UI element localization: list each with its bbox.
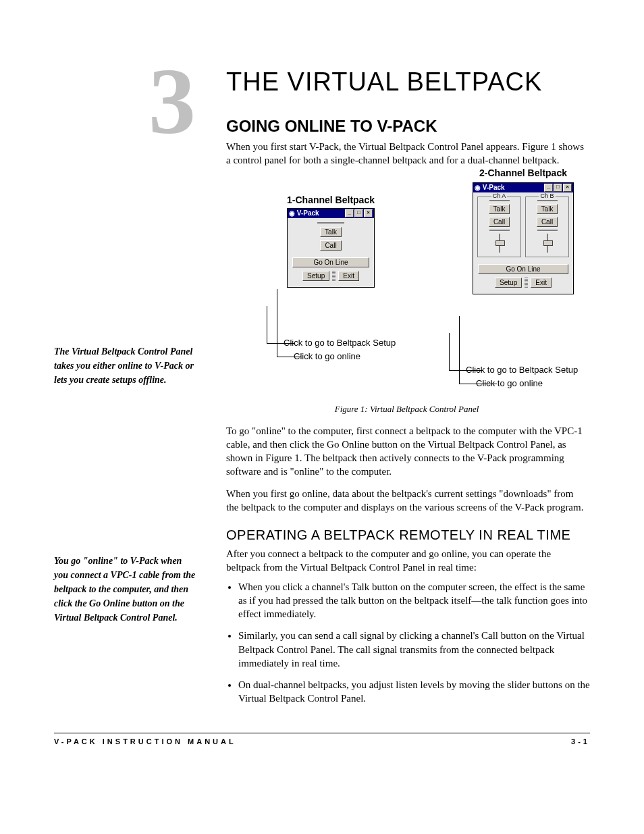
paragraph: When you first start V-Pack, the Virtual… <box>226 140 587 167</box>
figure-label-2ch: 2-Channel Beltpack <box>473 167 574 178</box>
channel-b-label: Ch B <box>539 192 555 199</box>
minimize-icon[interactable]: _ <box>345 209 354 217</box>
window-title: ◉ V-Pack <box>475 184 505 191</box>
titlebar: ◉ V-Pack _ □ × <box>473 183 573 192</box>
figure-1: 2-Channel Beltpack 1-Channel Beltpack ◉ … <box>226 174 590 397</box>
close-icon[interactable]: × <box>563 184 572 192</box>
call-button-a[interactable]: Call <box>489 217 510 227</box>
window-title: ◉ V-Pack <box>289 209 319 217</box>
divider <box>489 230 510 231</box>
call-button-b[interactable]: Call <box>537 217 558 227</box>
maximize-icon[interactable]: □ <box>554 184 562 192</box>
slider-b[interactable] <box>540 234 555 253</box>
setup-button[interactable]: Setup <box>495 278 522 288</box>
bullet-list: When you click a channel's Talk button o… <box>226 580 590 706</box>
list-item: When you click a channel's Talk button o… <box>238 580 590 621</box>
setup-button[interactable]: Setup <box>302 271 329 281</box>
list-item: On dual-channel beltpacks, you adjust li… <box>238 678 590 706</box>
grip-icon <box>332 271 336 282</box>
exit-button[interactable]: Exit <box>338 271 359 281</box>
chapter-number: 3 <box>149 54 196 149</box>
titlebar: ◉ V-Pack _ □ × <box>288 209 374 218</box>
paragraph: To go "online" to the computer, first co… <box>226 424 587 479</box>
section-title-going-online: GOING ONLINE TO V-PACK <box>226 117 590 136</box>
callout-setup: Click to go to Beltpack Setup <box>284 338 396 348</box>
talk-button-a[interactable]: Talk <box>489 204 510 214</box>
vpack-window-2ch: ◉ V-Pack _ □ × Ch A Talk Call <box>473 182 574 294</box>
paragraph: When you first go online, data about the… <box>226 487 587 515</box>
maximize-icon[interactable]: □ <box>354 209 363 217</box>
talk-button[interactable]: Talk <box>320 227 342 237</box>
close-icon[interactable]: × <box>364 209 373 217</box>
minimize-icon[interactable]: _ <box>544 184 553 192</box>
footer-page-number: 3-1 <box>571 737 590 746</box>
callout-setup: Click to go to Beltpack Setup <box>466 365 578 375</box>
go-online-button[interactable]: Go On Line <box>292 257 369 267</box>
margin-note: The Virtual Beltpack Control Panel takes… <box>54 344 196 387</box>
subsection-title-operating: OPERATING A BELTPACK REMOTELY IN REAL TI… <box>226 527 590 543</box>
page-footer: V-PACK INSTRUCTION MANUAL 3-1 <box>54 733 590 746</box>
margin-note: You go "online" to V-Pack when you conne… <box>54 554 196 625</box>
paragraph: After you connect a beltpack to the comp… <box>226 547 587 575</box>
figure-caption: Figure 1: Virtual Beltpack Control Panel <box>226 404 587 415</box>
channel-a-label: Ch A <box>491 192 508 199</box>
channel-b-group: Ch B Talk Call <box>525 197 569 257</box>
callout-online: Click to go online <box>476 378 543 388</box>
divider <box>489 200 510 201</box>
talk-button-b[interactable]: Talk <box>537 204 558 214</box>
go-online-button[interactable]: Go On Line <box>478 264 568 274</box>
channel-a-group: Ch A Talk Call <box>477 197 521 257</box>
slider-a[interactable] <box>492 234 507 253</box>
divider <box>537 200 558 201</box>
grip-icon <box>525 278 528 288</box>
list-item: Similarly, you can send a call signal by… <box>238 629 590 670</box>
divider <box>537 230 558 231</box>
footer-manual-title: V-PACK INSTRUCTION MANUAL <box>54 737 236 746</box>
chapter-title: THE VIRTUAL BELTPACK <box>226 68 590 97</box>
divider <box>317 222 344 224</box>
exit-button[interactable]: Exit <box>531 278 552 288</box>
call-button[interactable]: Call <box>320 240 341 251</box>
figure-label-1ch: 1-Channel Beltpack <box>287 194 375 205</box>
callout-online: Click to go online <box>294 351 360 361</box>
vpack-window-1ch: ◉ V-Pack _ □ × Talk Call Go On Line Setu… <box>287 208 375 288</box>
